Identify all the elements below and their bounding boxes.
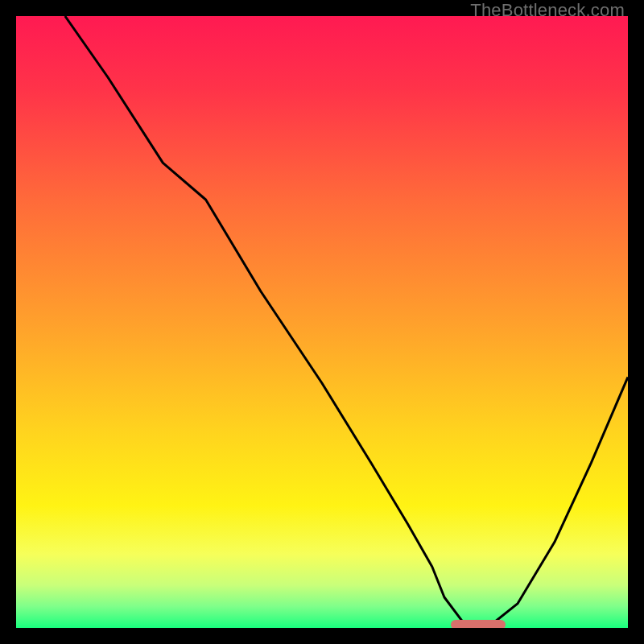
optimal-range-marker [451, 620, 506, 628]
plot-area [16, 16, 628, 628]
gradient-background [16, 16, 628, 628]
plot-svg [16, 16, 628, 628]
outer-frame: TheBottleneck.com [0, 0, 644, 644]
